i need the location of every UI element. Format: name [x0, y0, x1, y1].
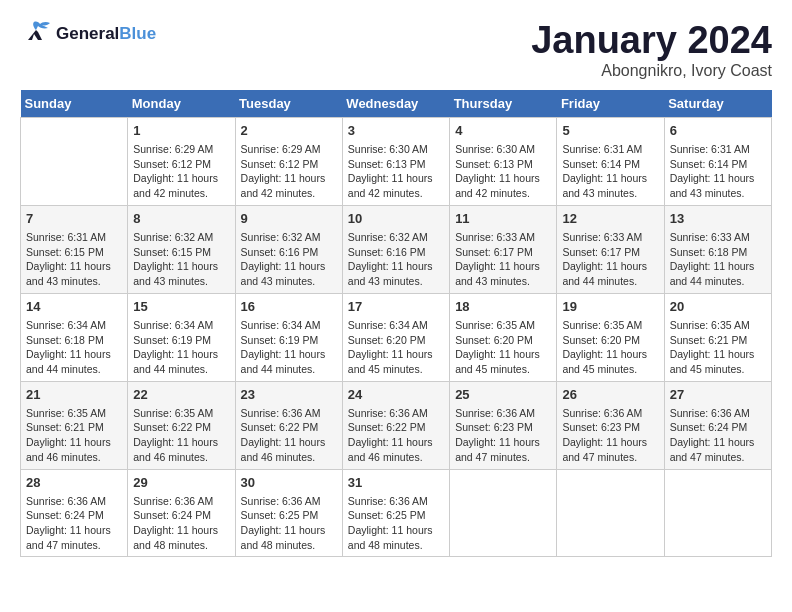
- calendar-cell: 21Sunrise: 6:35 AM Sunset: 6:21 PM Dayli…: [21, 381, 128, 469]
- calendar-cell: 28Sunrise: 6:36 AM Sunset: 6:24 PM Dayli…: [21, 469, 128, 557]
- day-header-monday: Monday: [128, 90, 235, 118]
- day-info: Sunrise: 6:35 AM Sunset: 6:20 PM Dayligh…: [562, 318, 658, 377]
- calendar-cell: 13Sunrise: 6:33 AM Sunset: 6:18 PM Dayli…: [664, 205, 771, 293]
- day-info: Sunrise: 6:35 AM Sunset: 6:21 PM Dayligh…: [26, 406, 122, 465]
- day-info: Sunrise: 6:34 AM Sunset: 6:19 PM Dayligh…: [241, 318, 337, 377]
- day-info: Sunrise: 6:29 AM Sunset: 6:12 PM Dayligh…: [133, 142, 229, 201]
- day-info: Sunrise: 6:31 AM Sunset: 6:14 PM Dayligh…: [670, 142, 766, 201]
- calendar-header-row: SundayMondayTuesdayWednesdayThursdayFrid…: [21, 90, 772, 118]
- logo: GeneralBlue: [20, 20, 156, 48]
- day-number: 21: [26, 386, 122, 404]
- day-info: Sunrise: 6:32 AM Sunset: 6:16 PM Dayligh…: [241, 230, 337, 289]
- day-info: Sunrise: 6:36 AM Sunset: 6:25 PM Dayligh…: [241, 494, 337, 553]
- day-number: 29: [133, 474, 229, 492]
- calendar-cell: 14Sunrise: 6:34 AM Sunset: 6:18 PM Dayli…: [21, 293, 128, 381]
- calendar-cell: 30Sunrise: 6:36 AM Sunset: 6:25 PM Dayli…: [235, 469, 342, 557]
- calendar-cell: 22Sunrise: 6:35 AM Sunset: 6:22 PM Dayli…: [128, 381, 235, 469]
- calendar-cell: 25Sunrise: 6:36 AM Sunset: 6:23 PM Dayli…: [450, 381, 557, 469]
- logo-text: GeneralBlue: [56, 24, 156, 44]
- day-number: 2: [241, 122, 337, 140]
- calendar-cell: 29Sunrise: 6:36 AM Sunset: 6:24 PM Dayli…: [128, 469, 235, 557]
- day-info: Sunrise: 6:34 AM Sunset: 6:19 PM Dayligh…: [133, 318, 229, 377]
- calendar-cell: 15Sunrise: 6:34 AM Sunset: 6:19 PM Dayli…: [128, 293, 235, 381]
- day-info: Sunrise: 6:36 AM Sunset: 6:25 PM Dayligh…: [348, 494, 444, 553]
- day-number: 31: [348, 474, 444, 492]
- day-number: 28: [26, 474, 122, 492]
- calendar-cell: 26Sunrise: 6:36 AM Sunset: 6:23 PM Dayli…: [557, 381, 664, 469]
- day-number: 19: [562, 298, 658, 316]
- calendar-cell: 31Sunrise: 6:36 AM Sunset: 6:25 PM Dayli…: [342, 469, 449, 557]
- day-info: Sunrise: 6:34 AM Sunset: 6:20 PM Dayligh…: [348, 318, 444, 377]
- calendar-week-1: 1Sunrise: 6:29 AM Sunset: 6:12 PM Daylig…: [21, 117, 772, 205]
- calendar-cell: 23Sunrise: 6:36 AM Sunset: 6:22 PM Dayli…: [235, 381, 342, 469]
- day-number: 9: [241, 210, 337, 228]
- day-info: Sunrise: 6:33 AM Sunset: 6:18 PM Dayligh…: [670, 230, 766, 289]
- calendar-cell: 8Sunrise: 6:32 AM Sunset: 6:15 PM Daylig…: [128, 205, 235, 293]
- calendar-cell: 24Sunrise: 6:36 AM Sunset: 6:22 PM Dayli…: [342, 381, 449, 469]
- day-number: 16: [241, 298, 337, 316]
- day-number: 8: [133, 210, 229, 228]
- calendar-cell: 17Sunrise: 6:34 AM Sunset: 6:20 PM Dayli…: [342, 293, 449, 381]
- day-number: 7: [26, 210, 122, 228]
- day-info: Sunrise: 6:36 AM Sunset: 6:23 PM Dayligh…: [455, 406, 551, 465]
- day-info: Sunrise: 6:32 AM Sunset: 6:15 PM Dayligh…: [133, 230, 229, 289]
- calendar-table: SundayMondayTuesdayWednesdayThursdayFrid…: [20, 90, 772, 558]
- day-number: 6: [670, 122, 766, 140]
- calendar-cell: 5Sunrise: 6:31 AM Sunset: 6:14 PM Daylig…: [557, 117, 664, 205]
- day-number: 26: [562, 386, 658, 404]
- day-header-tuesday: Tuesday: [235, 90, 342, 118]
- day-number: 23: [241, 386, 337, 404]
- day-info: Sunrise: 6:33 AM Sunset: 6:17 PM Dayligh…: [455, 230, 551, 289]
- calendar-cell: 18Sunrise: 6:35 AM Sunset: 6:20 PM Dayli…: [450, 293, 557, 381]
- calendar-cell: 3Sunrise: 6:30 AM Sunset: 6:13 PM Daylig…: [342, 117, 449, 205]
- day-header-saturday: Saturday: [664, 90, 771, 118]
- calendar-cell: 9Sunrise: 6:32 AM Sunset: 6:16 PM Daylig…: [235, 205, 342, 293]
- day-info: Sunrise: 6:34 AM Sunset: 6:18 PM Dayligh…: [26, 318, 122, 377]
- day-number: 22: [133, 386, 229, 404]
- calendar-cell: [450, 469, 557, 557]
- location-subtitle: Abongnikro, Ivory Coast: [531, 62, 772, 80]
- day-number: 5: [562, 122, 658, 140]
- day-info: Sunrise: 6:35 AM Sunset: 6:20 PM Dayligh…: [455, 318, 551, 377]
- month-title: January 2024: [531, 20, 772, 62]
- day-info: Sunrise: 6:36 AM Sunset: 6:22 PM Dayligh…: [241, 406, 337, 465]
- day-info: Sunrise: 6:36 AM Sunset: 6:24 PM Dayligh…: [133, 494, 229, 553]
- calendar-cell: 16Sunrise: 6:34 AM Sunset: 6:19 PM Dayli…: [235, 293, 342, 381]
- day-info: Sunrise: 6:36 AM Sunset: 6:23 PM Dayligh…: [562, 406, 658, 465]
- day-info: Sunrise: 6:31 AM Sunset: 6:15 PM Dayligh…: [26, 230, 122, 289]
- day-number: 17: [348, 298, 444, 316]
- day-info: Sunrise: 6:31 AM Sunset: 6:14 PM Dayligh…: [562, 142, 658, 201]
- calendar-week-3: 14Sunrise: 6:34 AM Sunset: 6:18 PM Dayli…: [21, 293, 772, 381]
- day-number: 24: [348, 386, 444, 404]
- day-number: 4: [455, 122, 551, 140]
- day-info: Sunrise: 6:32 AM Sunset: 6:16 PM Dayligh…: [348, 230, 444, 289]
- calendar-cell: 4Sunrise: 6:30 AM Sunset: 6:13 PM Daylig…: [450, 117, 557, 205]
- day-header-sunday: Sunday: [21, 90, 128, 118]
- day-number: 13: [670, 210, 766, 228]
- day-header-thursday: Thursday: [450, 90, 557, 118]
- day-info: Sunrise: 6:36 AM Sunset: 6:24 PM Dayligh…: [26, 494, 122, 553]
- day-info: Sunrise: 6:35 AM Sunset: 6:22 PM Dayligh…: [133, 406, 229, 465]
- calendar-cell: 7Sunrise: 6:31 AM Sunset: 6:15 PM Daylig…: [21, 205, 128, 293]
- day-info: Sunrise: 6:29 AM Sunset: 6:12 PM Dayligh…: [241, 142, 337, 201]
- logo-icon: [20, 20, 52, 48]
- day-number: 3: [348, 122, 444, 140]
- day-number: 11: [455, 210, 551, 228]
- calendar-cell: 19Sunrise: 6:35 AM Sunset: 6:20 PM Dayli…: [557, 293, 664, 381]
- calendar-week-5: 28Sunrise: 6:36 AM Sunset: 6:24 PM Dayli…: [21, 469, 772, 557]
- day-number: 18: [455, 298, 551, 316]
- day-number: 1: [133, 122, 229, 140]
- day-info: Sunrise: 6:36 AM Sunset: 6:24 PM Dayligh…: [670, 406, 766, 465]
- day-info: Sunrise: 6:36 AM Sunset: 6:22 PM Dayligh…: [348, 406, 444, 465]
- calendar-cell: [664, 469, 771, 557]
- day-number: 10: [348, 210, 444, 228]
- calendar-cell: 20Sunrise: 6:35 AM Sunset: 6:21 PM Dayli…: [664, 293, 771, 381]
- day-number: 14: [26, 298, 122, 316]
- day-info: Sunrise: 6:35 AM Sunset: 6:21 PM Dayligh…: [670, 318, 766, 377]
- calendar-cell: 1Sunrise: 6:29 AM Sunset: 6:12 PM Daylig…: [128, 117, 235, 205]
- day-number: 12: [562, 210, 658, 228]
- calendar-cell: 10Sunrise: 6:32 AM Sunset: 6:16 PM Dayli…: [342, 205, 449, 293]
- page-header: GeneralBlue January 2024 Abongnikro, Ivo…: [20, 20, 772, 80]
- calendar-cell: [557, 469, 664, 557]
- day-number: 27: [670, 386, 766, 404]
